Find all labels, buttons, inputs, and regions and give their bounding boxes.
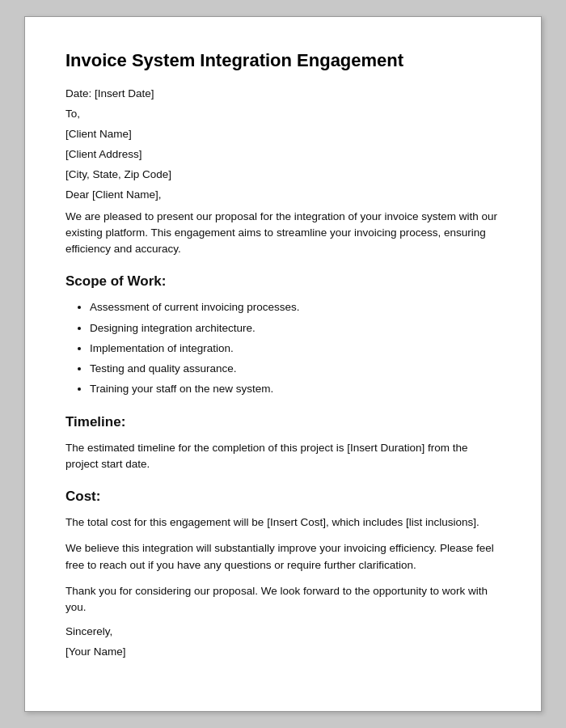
sincerely: Sincerely, (65, 625, 501, 637)
closing-paragraph-1: We believe this integration will substan… (65, 540, 501, 574)
salutation: Dear [Client Name], (65, 188, 501, 201)
cost-paragraph: The total cost for this engagement will … (65, 514, 501, 531)
list-item: Designing integration architecture. (90, 320, 501, 336)
client-city: [City, State, Zip Code] (65, 168, 501, 180)
timeline-heading: Timeline: (65, 414, 501, 430)
closing-paragraph-2: Thank you for considering our proposal. … (65, 583, 501, 616)
timeline-paragraph: The estimated timeline for the completio… (65, 440, 501, 473)
cost-heading: Cost: (65, 489, 501, 505)
list-item: Testing and quality assurance. (90, 361, 501, 377)
document-title: Invoice System Integration Engagement (65, 49, 501, 73)
to-label: To, (65, 108, 501, 120)
list-item: Assessment of current invoicing processe… (90, 299, 501, 315)
list-item: Training your staff on the new system. (90, 381, 501, 397)
scope-list: Assessment of current invoicing processe… (90, 299, 501, 397)
document-container: Invoice System Integration Engagement Da… (24, 16, 542, 712)
scope-heading: Scope of Work: (65, 273, 501, 290)
intro-paragraph: We are pleased to present our proposal f… (65, 209, 501, 258)
client-name: [Client Name] (65, 128, 501, 140)
client-address: [Client Address] (65, 148, 501, 160)
date-field: Date: [Insert Date] (65, 87, 501, 99)
list-item: Implementation of integration. (90, 341, 501, 357)
your-name: [Your Name] (65, 645, 501, 658)
